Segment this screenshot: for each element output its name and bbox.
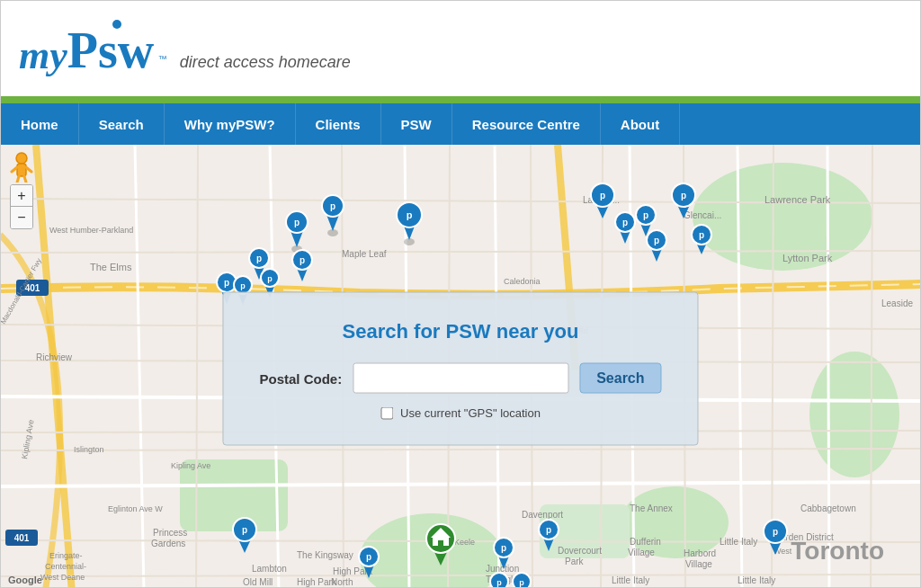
svg-text:Lambton: Lambton bbox=[252, 564, 287, 574]
svg-text:Princess: Princess bbox=[153, 528, 187, 538]
svg-text:Little Italy: Little Italy bbox=[612, 575, 649, 585]
svg-text:Caledonia: Caledonia bbox=[504, 277, 541, 286]
svg-text:Old Mill: Old Mill bbox=[243, 577, 273, 587]
svg-text:p: p bbox=[224, 278, 229, 288]
nav-item-about[interactable]: About bbox=[601, 103, 680, 145]
nav-item-why[interactable]: Why myPSW? bbox=[165, 103, 296, 145]
svg-text:p: p bbox=[519, 578, 524, 587]
svg-line-107 bbox=[26, 167, 31, 172]
map-container: 401 401 The Elms West Humber-Parkland Ri… bbox=[1, 145, 920, 588]
svg-text:p: p bbox=[773, 527, 778, 537]
svg-point-104 bbox=[16, 153, 27, 164]
navigation: Home Search Why myPSW? Clients PSW Resou… bbox=[1, 103, 920, 145]
svg-text:Keele: Keele bbox=[454, 538, 475, 547]
svg-text:North: North bbox=[331, 577, 353, 587]
svg-point-5 bbox=[809, 352, 899, 477]
nav-item-home[interactable]: Home bbox=[1, 103, 79, 145]
svg-text:Islington: Islington bbox=[74, 445, 104, 454]
svg-rect-105 bbox=[17, 164, 26, 176]
svg-line-108 bbox=[17, 176, 19, 183]
nav-item-clients[interactable]: Clients bbox=[296, 103, 381, 145]
logo: my Psw ™ direct access homecare bbox=[19, 25, 351, 76]
svg-text:p: p bbox=[622, 218, 628, 227]
pegman-icon[interactable] bbox=[10, 152, 33, 179]
svg-text:Cabbagetown: Cabbagetown bbox=[800, 503, 856, 513]
svg-text:Village: Village bbox=[628, 548, 655, 557]
logo-psw-text: Psw bbox=[67, 22, 154, 78]
svg-text:p: p bbox=[366, 552, 371, 562]
postal-row: Postal Code: Search bbox=[259, 363, 661, 394]
logo-tm: ™ bbox=[158, 54, 167, 64]
nav-item-search[interactable]: Search bbox=[79, 103, 165, 145]
svg-text:Gardens: Gardens bbox=[151, 539, 185, 548]
search-button[interactable]: Search bbox=[579, 363, 661, 394]
svg-text:Eringate-: Eringate- bbox=[49, 551, 83, 560]
svg-text:p: p bbox=[501, 543, 506, 553]
svg-text:Glencai...: Glencai... bbox=[684, 210, 721, 220]
svg-text:p: p bbox=[496, 578, 502, 587]
svg-text:p: p bbox=[267, 274, 273, 283]
svg-text:Harbord: Harbord bbox=[684, 548, 716, 558]
nav-item-resource[interactable]: Resource Centre bbox=[452, 103, 601, 145]
svg-text:p: p bbox=[699, 230, 704, 240]
zoom-out-button[interactable]: − bbox=[11, 207, 32, 228]
gps-row: Use current "GPS" location bbox=[259, 406, 661, 420]
svg-text:West Deane: West Deane bbox=[40, 573, 85, 582]
svg-text:Richview: Richview bbox=[36, 352, 73, 362]
svg-text:Maple Leaf: Maple Leaf bbox=[342, 249, 387, 259]
search-overlay: Search for PSW near you Postal Code: Sea… bbox=[222, 292, 698, 446]
svg-text:Lytton Park: Lytton Park bbox=[782, 253, 833, 263]
header: my Psw ™ direct access homecare bbox=[1, 1, 920, 100]
nav-item-psw[interactable]: PSW bbox=[381, 103, 452, 145]
zoom-in-button[interactable]: + bbox=[11, 185, 32, 207]
search-overlay-title: Search for PSW near you bbox=[259, 320, 661, 343]
logo-my: my bbox=[19, 36, 67, 76]
svg-text:Kipling Ave: Kipling Ave bbox=[171, 461, 210, 470]
svg-text:p: p bbox=[643, 210, 648, 220]
logo-psw-container: Psw ™ bbox=[67, 25, 167, 76]
svg-line-109 bbox=[24, 176, 26, 183]
svg-text:The Elms: The Elms bbox=[90, 262, 132, 272]
gps-checkbox[interactable] bbox=[380, 406, 393, 419]
svg-rect-93 bbox=[438, 540, 443, 546]
svg-text:The Annex: The Annex bbox=[630, 503, 673, 513]
svg-text:p: p bbox=[242, 525, 247, 535]
postal-label: Postal Code: bbox=[259, 370, 342, 386]
svg-text:p: p bbox=[681, 191, 686, 200]
svg-text:Dovercourt: Dovercourt bbox=[558, 546, 602, 556]
svg-line-106 bbox=[12, 167, 17, 172]
postal-code-input[interactable] bbox=[353, 363, 568, 394]
svg-text:West Humber-Parkland: West Humber-Parkland bbox=[49, 226, 133, 235]
svg-text:p: p bbox=[256, 254, 262, 263]
svg-text:Park: Park bbox=[565, 557, 585, 566]
svg-text:p: p bbox=[294, 218, 300, 227]
svg-text:Little Italy: Little Italy bbox=[738, 575, 775, 585]
svg-text:Centennial-: Centennial- bbox=[45, 562, 86, 571]
svg-text:p: p bbox=[300, 255, 305, 265]
svg-text:Leaside: Leaside bbox=[881, 298, 913, 308]
google-logo: Google bbox=[8, 575, 42, 585]
logo-dot bbox=[112, 20, 121, 29]
svg-text:p: p bbox=[330, 201, 335, 211]
svg-text:Davenport: Davenport bbox=[522, 510, 563, 520]
svg-text:Little Italy: Little Italy bbox=[720, 537, 757, 547]
gps-label: Use current "GPS" location bbox=[400, 406, 541, 420]
svg-text:p: p bbox=[240, 281, 246, 290]
svg-text:p: p bbox=[407, 209, 413, 220]
svg-text:The Kingsway: The Kingsway bbox=[297, 550, 353, 560]
svg-text:p: p bbox=[600, 191, 605, 200]
svg-text:Eglinton Ave W: Eglinton Ave W bbox=[108, 504, 163, 513]
zoom-controls: + − bbox=[10, 184, 33, 229]
svg-text:Dufferin: Dufferin bbox=[630, 537, 661, 547]
svg-text:p: p bbox=[546, 525, 551, 535]
svg-text:Village: Village bbox=[685, 559, 712, 569]
svg-text:Lawrence Park: Lawrence Park bbox=[765, 194, 831, 205]
svg-text:p: p bbox=[654, 236, 659, 245]
logo-tagline: direct access homecare bbox=[180, 54, 351, 70]
svg-text:401: 401 bbox=[14, 533, 30, 543]
